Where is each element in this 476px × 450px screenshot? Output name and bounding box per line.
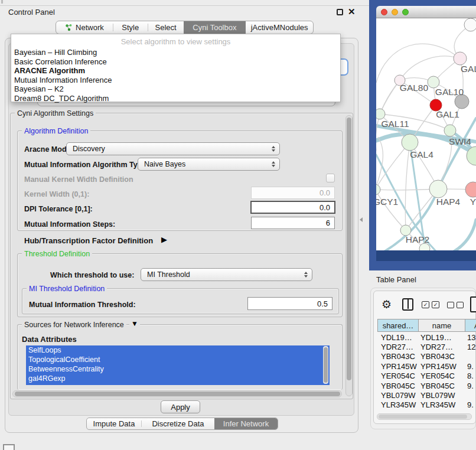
table-row[interactable]: YBR043CYBR043C (377, 352, 476, 361)
node-label: HAP2 (406, 234, 430, 244)
dropdown-item[interactable]: Basic Correlation Inference (11, 57, 340, 67)
table-horizontal-scrollbar[interactable] (377, 413, 472, 420)
dropdown-item-aracne[interactable]: ARACNE Algorithm (11, 66, 340, 76)
scrollbar-thumb[interactable] (324, 347, 328, 383)
window-minimize-button[interactable] (392, 9, 398, 15)
node[interactable] (454, 52, 467, 65)
settings-vertical-scrollbar[interactable] (345, 115, 353, 396)
dropdown-item[interactable]: Bayesian – K2 (11, 84, 340, 94)
cell-name: YLR345W (419, 400, 465, 409)
network-window-titlebar[interactable] (376, 6, 476, 18)
cell-value: 12 (465, 343, 475, 351)
mutual-information-threshold-field[interactable]: 0.5 (247, 297, 332, 310)
close-icon[interactable]: ✕ (348, 6, 356, 17)
network-window-shadow (376, 250, 476, 261)
node-salmon[interactable] (465, 182, 476, 197)
node-gal11[interactable] (376, 109, 385, 119)
cell-name: YBR045C (419, 381, 465, 390)
field-value: 0.0 (319, 188, 330, 197)
list-item-selected[interactable]: TopologicalCoefficient (26, 355, 330, 364)
dropdown-placeholder: Select algorithm to view settings (11, 35, 340, 48)
aracne-mode-combo[interactable]: Discovery (66, 142, 280, 155)
node-label: GAL80 (400, 83, 429, 93)
tab-label: Cyni Toolbox (193, 23, 236, 32)
tab-cyni-toolbox[interactable]: Cyni Toolbox (184, 21, 246, 34)
document-icon[interactable] (470, 296, 476, 312)
table-row[interactable]: YDR27…YDR27…12 (377, 342, 476, 351)
column-header-clipped[interactable]: A (465, 319, 476, 332)
manual-kernel-checkbox[interactable] (326, 174, 335, 182)
node-label: GAL11 (381, 119, 409, 129)
expand-right-icon[interactable]: ▶ (161, 235, 167, 244)
scrollbar-thumb[interactable] (379, 415, 467, 419)
list-item-selected[interactable]: gal4RGexp (26, 374, 330, 383)
settings-horizontal-scrollbar[interactable] (12, 390, 342, 397)
node-gal4[interactable] (402, 134, 418, 151)
checked-pair-icon[interactable]: ✓ ✓ (422, 301, 439, 308)
table-row[interactable]: YLR345WYLR345W9. (377, 400, 476, 410)
gear-icon[interactable]: ⚙ (382, 298, 392, 311)
node-labels: GAL GAL80 GAL10 GAL1 GAL11 SWI4 GAL4 GCY… (376, 64, 476, 244)
column-header-shared[interactable]: shared… (377, 319, 419, 332)
float-window-icon[interactable] (337, 9, 343, 15)
tab-impute-data[interactable]: Impute Data (87, 418, 141, 429)
apply-button[interactable]: Apply (161, 400, 200, 413)
table-row[interactable]: YDL19…YDL19…13 (377, 332, 476, 342)
dropdown-item[interactable]: Mutual Information Inference (11, 76, 340, 85)
split-columns-icon[interactable] (402, 298, 413, 311)
network-canvas[interactable]: GAL GAL80 GAL10 GAL1 GAL11 SWI4 GAL4 GCY… (376, 18, 476, 250)
column-header-name[interactable]: name (418, 319, 465, 332)
combo-spinner-icon (304, 272, 308, 278)
data-attributes-list[interactable]: SelfLoops TopologicalCoefficient Between… (26, 345, 330, 385)
tab-discretize-data[interactable]: Discretize Data (142, 418, 214, 429)
window-close-button[interactable] (381, 9, 387, 15)
mi-steps-label: Mutual Information Steps: (24, 220, 115, 229)
tab-network[interactable]: Network (56, 21, 113, 34)
collapse-down-icon[interactable]: ▼ (129, 319, 140, 328)
bottom-tabbar: Impute Data Discretize Data Infer Networ… (86, 418, 278, 430)
cell-shared: YIL052C (377, 410, 419, 412)
node-gal1[interactable] (444, 125, 456, 136)
table-row[interactable]: YPR145WYPR145W9. (377, 361, 476, 371)
tab-jactivemnodules[interactable]: jActiveMNodules (246, 21, 313, 34)
window-zoom-button[interactable] (402, 9, 409, 15)
tab-label: jActiveMNodules (251, 23, 308, 32)
control-panel-tabbar: Network Style Select Cyni Toolbox jActiv… (56, 21, 314, 34)
tab-style[interactable]: Style (113, 21, 148, 34)
splitter-handle-icon[interactable] (360, 217, 363, 222)
mi-steps-field[interactable]: 6 (251, 217, 335, 229)
list-vertical-scrollbar[interactable] (323, 346, 328, 384)
kernel-width-field: 0.0 (251, 187, 335, 199)
dropdown-item[interactable]: Bayesian – Hill Climbing (11, 48, 340, 57)
hub-definition-label[interactable]: Hub/Transcription Factor Definition (24, 236, 153, 245)
node-hap4[interactable] (429, 180, 447, 198)
which-threshold-label: Which threshold to use: (50, 271, 134, 279)
scrollbar-thumb[interactable] (15, 392, 340, 396)
table-row[interactable]: YBL079WYBL079W (377, 390, 476, 400)
node-gal10[interactable] (428, 76, 439, 88)
node[interactable] (464, 18, 476, 31)
node-gcy1[interactable] (376, 184, 380, 195)
cell-value: 9 (465, 410, 471, 412)
tab-infer-network[interactable]: Infer Network (214, 418, 278, 429)
dropdown-item[interactable]: Dream8 DC_TDC Algorithm (11, 94, 340, 103)
tab-label: Select (155, 23, 177, 32)
field-value: 0.5 (317, 299, 328, 308)
mi-algorithm-type-combo[interactable]: Naive Bayes (138, 158, 280, 171)
table-row[interactable]: YER054CYER054C8. (377, 371, 476, 381)
tab-select[interactable]: Select (148, 21, 184, 34)
which-threshold-combo[interactable]: MI Threshold (141, 268, 312, 281)
docked-panel-icon[interactable] (3, 444, 15, 450)
field-value: 6 (326, 219, 330, 227)
application-screen: Control Panel ✕ Network Style Select Cyn… (0, 0, 476, 450)
dpi-tolerance-field[interactable]: 0.0 (250, 201, 335, 214)
table-row[interactable]: YIL052CYIL052C9 (377, 410, 476, 412)
unchecked-pair-icon[interactable] (447, 302, 464, 308)
group-title: Sources for Network Inference (22, 321, 126, 329)
list-item-selected[interactable]: SelfLoops (26, 345, 330, 355)
list-item-selected[interactable]: BetweennessCentrality (26, 364, 330, 374)
scrollbar-thumb[interactable] (347, 118, 351, 380)
cell-name: YDR27… (419, 343, 465, 351)
table-row[interactable]: YBR045CYBR045C9. (377, 381, 476, 390)
dpi-tolerance-label: DPI Tolerance [0,1]: (24, 205, 93, 213)
